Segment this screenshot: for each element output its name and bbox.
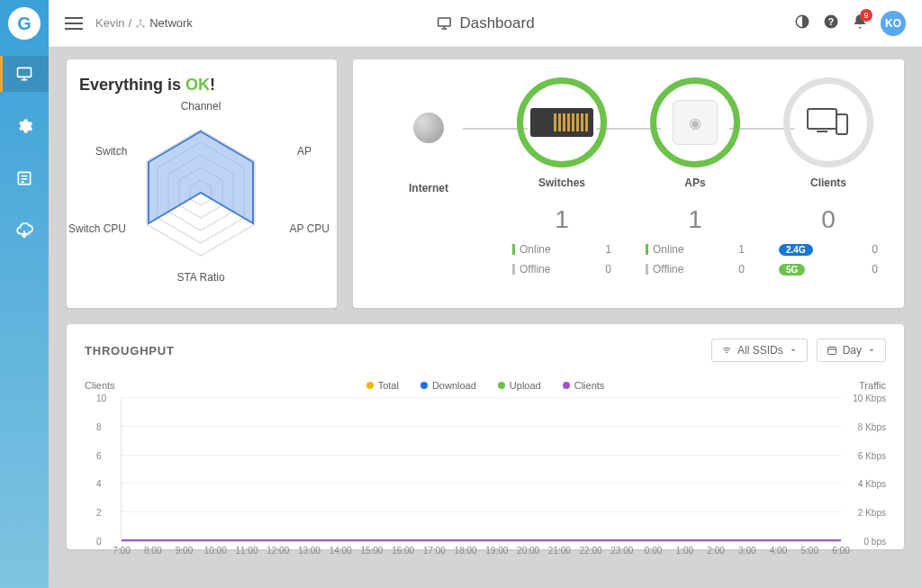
right-axis-label: Traffic <box>859 380 886 391</box>
health-card: Everything is OK! <box>67 59 337 308</box>
chevron-down-icon <box>789 346 798 355</box>
aps-count: 1 <box>688 205 702 234</box>
breadcrumb[interactable]: Kevin / Network <box>95 16 193 30</box>
radar-lbl-channel: Channel <box>181 100 221 113</box>
contrast-icon <box>794 14 810 30</box>
breadcrumb-network: Network <box>149 16 193 30</box>
topology-card: Internet Switches 1 Online1 Offline0 <box>353 59 904 308</box>
topo-aps[interactable]: ◉ APs 1 Online1 Offline0 <box>628 77 762 290</box>
topo-clients[interactable]: Clients 0 2.4G0 5G0 <box>762 77 895 290</box>
nav-settings[interactable] <box>0 108 49 144</box>
topo-switches[interactable]: Switches 1 Online1 Offline0 <box>495 77 628 290</box>
svg-point-9 <box>137 25 139 27</box>
radar-chart: Channel AP AP CPU STA Ratio Switch CPU S… <box>79 98 322 287</box>
clients-count: 0 <box>821 205 836 234</box>
calendar-icon <box>827 345 837 356</box>
svg-point-10 <box>143 25 145 27</box>
help-icon: ? <box>823 14 839 30</box>
throughput-card: THROUGHPUT All SSIDs Day <box>67 324 904 549</box>
logo: G <box>8 7 41 40</box>
sidebar: G <box>0 0 49 588</box>
notifications-button[interactable]: 9 <box>852 14 868 33</box>
switches-count: 1 <box>555 205 569 234</box>
news-icon <box>15 169 33 187</box>
network-icon <box>135 18 146 29</box>
radar-lbl-switch: Switch <box>95 145 127 158</box>
ssid-selector[interactable]: All SSIDs <box>711 339 808 362</box>
page-title-wrap: Dashboard <box>436 14 534 32</box>
chevron-down-icon <box>867 346 876 355</box>
notif-count: 9 <box>860 9 872 22</box>
left-axis-label: Clients <box>85 380 115 391</box>
svg-rect-0 <box>18 68 32 77</box>
nav-dashboard[interactable] <box>0 56 49 92</box>
svg-point-8 <box>140 19 141 21</box>
svg-rect-23 <box>808 109 836 129</box>
wifi-icon <box>721 345 732 356</box>
nav-cloud[interactable] <box>0 213 49 249</box>
radar-lbl-swcpu: Switch CPU <box>68 222 126 235</box>
monitor-icon <box>15 65 33 83</box>
radar-lbl-sta: STA Ratio <box>176 271 224 284</box>
gear-icon <box>15 117 33 135</box>
help-button[interactable]: ? <box>823 14 839 33</box>
breadcrumb-user: Kevin <box>95 16 125 30</box>
radar-lbl-ap: AP <box>297 145 312 158</box>
period-selector[interactable]: Day <box>817 339 886 362</box>
cloud-download-icon <box>14 221 34 240</box>
throughput-title: THROUGHPUT <box>85 344 175 357</box>
theme-toggle[interactable] <box>794 14 810 33</box>
topbar: Kevin / Network Dashboard ? <box>49 0 922 47</box>
svg-rect-25 <box>836 114 847 134</box>
avatar[interactable]: KO <box>881 11 906 36</box>
svg-text:?: ? <box>828 15 834 26</box>
devices-icon <box>806 105 851 140</box>
svg-rect-11 <box>438 18 451 26</box>
svg-rect-26 <box>827 348 836 355</box>
topo-internet[interactable]: Internet <box>362 77 495 290</box>
svg-rect-24 <box>817 131 827 132</box>
globe-icon <box>413 113 444 143</box>
monitor-icon <box>436 15 452 32</box>
page-title: Dashboard <box>459 14 534 32</box>
menu-toggle[interactable] <box>65 17 83 30</box>
switch-icon <box>530 108 593 137</box>
throughput-chart: 02468100 bps2 Kbps4 Kbps6 Kbps8 Kbps10 K… <box>121 398 841 542</box>
chart-legend: Total Download Upload Clients <box>85 380 886 391</box>
radar-lbl-apcpu: AP CPU <box>290 222 330 235</box>
nav-reports[interactable] <box>0 160 49 196</box>
health-title: Everything is OK! <box>79 76 324 95</box>
svg-marker-22 <box>149 131 253 223</box>
ap-icon: ◉ <box>673 100 718 145</box>
